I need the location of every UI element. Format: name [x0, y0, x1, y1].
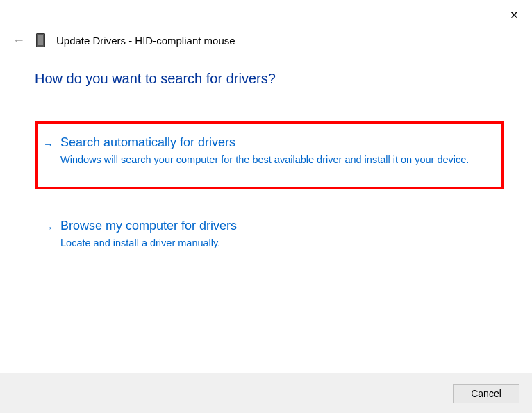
close-icon: ✕	[510, 9, 519, 22]
close-button[interactable]: ✕	[506, 7, 522, 24]
option-search-automatically[interactable]: → Search automatically for drivers Windo…	[43, 135, 492, 167]
titlebar: ✕	[0, 0, 532, 28]
option-title: Search automatically for drivers	[60, 135, 492, 150]
device-icon	[36, 33, 45, 47]
option-body: Browse my computer for drivers Locate an…	[60, 219, 492, 251]
option-title: Browse my computer for drivers	[60, 219, 492, 233]
option-description: Locate and install a driver manually.	[60, 236, 492, 251]
option-browse-wrapper: → Browse my computer for drivers Locate …	[35, 205, 504, 273]
arrow-right-icon: →	[43, 138, 53, 150]
header-row: ← Update Drivers - HID-compliant mouse	[0, 33, 532, 47]
option-description: Windows will search your computer for th…	[60, 153, 492, 167]
page-heading: How do you want to search for drivers?	[35, 71, 504, 87]
option-auto-wrapper: → Search automatically for drivers Windo…	[35, 121, 504, 189]
footer-bar: Cancel	[0, 373, 532, 413]
content-area: How do you want to search for drivers? →…	[0, 47, 532, 273]
arrow-right-icon: →	[43, 221, 53, 233]
option-browse-computer[interactable]: → Browse my computer for drivers Locate …	[43, 219, 492, 251]
option-body: Search automatically for drivers Windows…	[60, 135, 492, 167]
window-title: Update Drivers - HID-compliant mouse	[56, 35, 235, 47]
cancel-button[interactable]: Cancel	[453, 384, 519, 403]
back-arrow-icon[interactable]: ←	[13, 34, 25, 47]
